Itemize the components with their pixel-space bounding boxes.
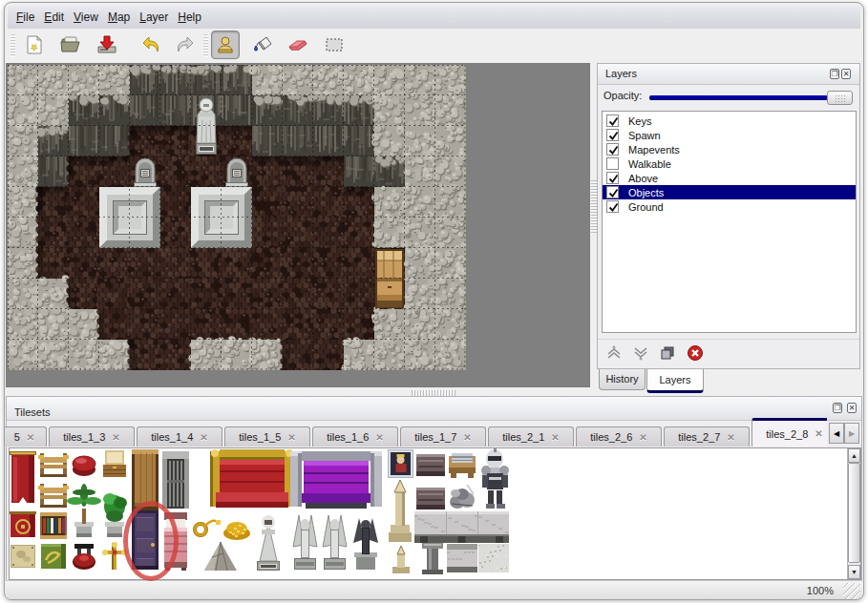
layer-checkbox[interactable] bbox=[606, 186, 619, 198]
tileset-tab-tiles_2_6[interactable]: tiles_2_6✕ bbox=[576, 426, 662, 447]
save-button[interactable] bbox=[93, 31, 121, 59]
layer-label: Keys bbox=[628, 115, 651, 127]
zoom-level: 100% bbox=[807, 585, 834, 596]
tab-close-icon[interactable]: ✕ bbox=[112, 432, 119, 443]
select-tool-button[interactable] bbox=[320, 31, 349, 59]
toolbar-handle-2[interactable] bbox=[203, 34, 208, 57]
layer-row-objects[interactable]: Objects bbox=[603, 185, 856, 199]
map-canvas[interactable] bbox=[8, 65, 466, 370]
tab-label: tiles_1_7 bbox=[414, 431, 456, 443]
tilesets-close-icon[interactable]: ✕ bbox=[847, 403, 857, 413]
tileset-tab-tiles_1_3[interactable]: tiles_1_3✕ bbox=[49, 426, 135, 447]
layers-panel: Layers ❐ ✕ Opacity: KeysSpawnMapeventsWa… bbox=[597, 63, 860, 369]
resize-grip[interactable] bbox=[843, 583, 860, 599]
dock-tab-layers[interactable]: Layers bbox=[646, 369, 704, 393]
tileset-tab-tiles_2_1[interactable]: tiles_2_1✕ bbox=[488, 426, 574, 447]
duplicate-layer-button[interactable] bbox=[658, 343, 677, 363]
tab-scroll-right-button[interactable]: ▶ bbox=[844, 423, 859, 444]
app-window: File Edit View Map Layer Help bbox=[4, 2, 864, 600]
layer-row-keys[interactable]: Keys bbox=[603, 114, 856, 128]
layer-row-walkable[interactable]: Walkable bbox=[603, 156, 856, 171]
menu-edit[interactable]: Edit bbox=[39, 7, 69, 28]
status-bar: 100% bbox=[6, 580, 862, 600]
tab-label: tiles_2_1 bbox=[502, 431, 544, 443]
tab-close-icon[interactable]: ✕ bbox=[639, 432, 646, 443]
tab-close-icon[interactable]: ✕ bbox=[727, 432, 734, 443]
annotation-circle bbox=[123, 501, 179, 581]
scroll-up-button[interactable]: ▲ bbox=[848, 448, 860, 463]
tab-scroll-left-button[interactable]: ◀ bbox=[829, 423, 844, 444]
map-view[interactable] bbox=[6, 63, 590, 387]
delete-icon bbox=[687, 344, 704, 362]
move-layer-down-button[interactable] bbox=[631, 343, 650, 363]
move-layer-up-button[interactable] bbox=[604, 343, 624, 363]
tab-close-icon[interactable]: ✕ bbox=[375, 432, 383, 443]
tab-label: 5 bbox=[14, 431, 20, 443]
float-panel-icon[interactable]: ❐ bbox=[830, 69, 839, 79]
toolbar-handle[interactable] bbox=[11, 34, 15, 57]
layer-checkbox[interactable] bbox=[606, 143, 619, 156]
eraser-tool-button[interactable] bbox=[284, 31, 312, 59]
tileset-tab-tiles_1_5[interactable]: tiles_1_5✕ bbox=[224, 426, 310, 447]
tab-label: tiles_1_6 bbox=[327, 431, 369, 443]
dock-tab-history[interactable]: History bbox=[599, 369, 646, 390]
opacity-slider-handle[interactable] bbox=[827, 91, 853, 105]
tab-label: tiles_2_6 bbox=[590, 431, 632, 443]
undo-button[interactable] bbox=[137, 31, 165, 59]
up-arrow-icon bbox=[605, 344, 623, 362]
tab-close-icon[interactable]: ✕ bbox=[27, 432, 34, 443]
tab-close-icon[interactable]: ✕ bbox=[551, 432, 559, 443]
tileset-tab-tiles_2_8[interactable]: tiles_2_8✕ bbox=[752, 418, 827, 447]
stamp-tool-button[interactable] bbox=[211, 31, 240, 59]
tileset-tab-bar: 5✕tiles_1_3✕tiles_1_4✕tiles_1_5✕tiles_1_… bbox=[4, 417, 827, 447]
tilesets-float-icon[interactable]: ❐ bbox=[833, 403, 842, 413]
tileset-tab-tiles_1_6[interactable]: tiles_1_6✕ bbox=[312, 426, 398, 447]
layer-buttons bbox=[598, 339, 859, 368]
scrollbar-thumb[interactable] bbox=[848, 463, 860, 563]
layer-label: Above bbox=[628, 173, 658, 184]
layer-checkbox[interactable] bbox=[606, 114, 619, 127]
layer-row-spawn[interactable]: Spawn bbox=[603, 128, 856, 142]
layer-checkbox[interactable] bbox=[606, 172, 619, 184]
layer-checkbox[interactable] bbox=[606, 129, 619, 141]
tab-close-icon[interactable]: ✕ bbox=[200, 432, 207, 443]
tileset-tab-tiles_1_7[interactable]: tiles_1_7✕ bbox=[400, 426, 486, 447]
layer-label: Walkable bbox=[628, 158, 671, 170]
new-file-button[interactable] bbox=[20, 31, 49, 59]
menu-file[interactable]: File bbox=[11, 7, 39, 28]
open-button[interactable] bbox=[56, 31, 85, 59]
layer-checkbox[interactable] bbox=[606, 200, 619, 213]
scroll-down-button[interactable]: ▼ bbox=[848, 565, 860, 579]
paint-bucket-icon bbox=[251, 33, 274, 56]
layer-list: KeysSpawnMapeventsWalkableAboveObjectsGr… bbox=[602, 111, 857, 333]
eraser-icon bbox=[286, 33, 310, 56]
menu-help[interactable]: Help bbox=[173, 7, 206, 28]
selection-rect-icon bbox=[323, 33, 346, 56]
tileset-tab-tiles_1_4[interactable]: tiles_1_4✕ bbox=[137, 426, 222, 447]
save-icon bbox=[95, 33, 118, 56]
tab-close-icon[interactable]: ✕ bbox=[287, 432, 295, 443]
delete-layer-button[interactable] bbox=[686, 343, 705, 363]
layer-row-above[interactable]: Above bbox=[603, 171, 856, 185]
tab-close-icon[interactable]: ✕ bbox=[815, 428, 822, 439]
undo-icon bbox=[139, 33, 162, 56]
layer-row-ground[interactable]: Ground bbox=[603, 199, 856, 214]
menu-view[interactable]: View bbox=[69, 7, 103, 28]
tab-label: tiles_1_5 bbox=[239, 431, 281, 443]
close-panel-icon[interactable]: ✕ bbox=[841, 69, 851, 79]
menu-map[interactable]: Map bbox=[103, 7, 135, 28]
tileset-tab-5[interactable]: 5✕ bbox=[4, 426, 47, 447]
layers-panel-title: Layers bbox=[598, 64, 859, 85]
layer-row-mapevents[interactable]: Mapevents bbox=[603, 142, 856, 156]
opacity-slider-track[interactable] bbox=[649, 95, 828, 100]
stamp-person-icon bbox=[214, 33, 237, 56]
tab-label: tiles_1_4 bbox=[151, 431, 193, 443]
menu-layer[interactable]: Layer bbox=[135, 7, 173, 28]
tileset-tab-tiles_2_7[interactable]: tiles_2_7✕ bbox=[664, 426, 750, 447]
fill-tool-button[interactable] bbox=[248, 31, 277, 59]
redo-button[interactable] bbox=[171, 31, 200, 59]
tab-close-icon[interactable]: ✕ bbox=[463, 432, 471, 443]
duplicate-icon bbox=[659, 344, 676, 362]
layer-checkbox[interactable] bbox=[606, 157, 619, 170]
tab-label: tiles_2_8 bbox=[766, 428, 808, 440]
